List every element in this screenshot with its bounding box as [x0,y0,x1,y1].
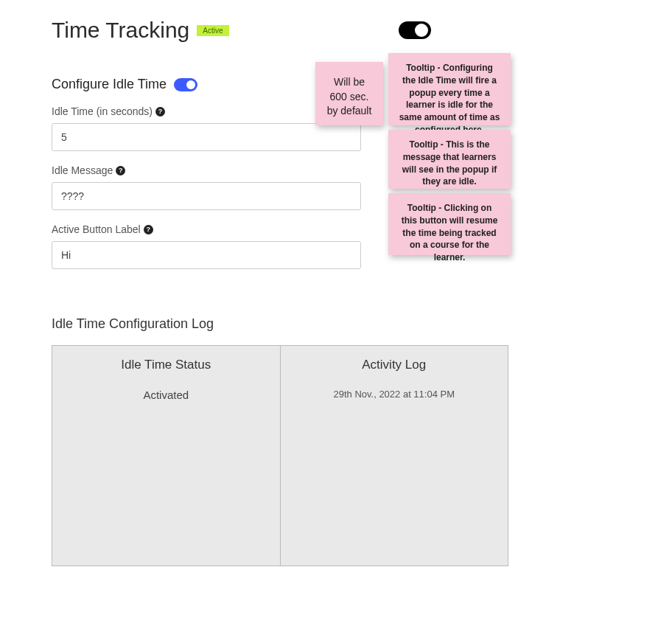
active-button-label-input[interactable] [52,241,361,269]
note-tooltip-active-button: Tooltip - Clicking on this button will r… [388,193,511,255]
idle-time-label: Idle Time (in seconds) [52,105,153,117]
log-activity-header: Activity Log [281,358,508,372]
time-tracking-toggle[interactable] [399,21,431,39]
note-tooltip-idle-time: Tooltip - Configuring the Idle Time will… [388,53,511,125]
log-status-value: Activated [52,389,280,401]
note-default-hint: Will be 600 sec. by default [315,62,383,125]
configure-idle-time-toggle[interactable] [174,78,197,91]
help-icon[interactable]: ? [144,225,153,234]
toggle-knob-icon [415,24,428,37]
log-status-header: Idle Time Status [52,358,280,372]
toggle-knob-icon [186,80,195,89]
idle-time-input[interactable] [52,123,361,151]
idle-message-input[interactable] [52,182,361,210]
log-activity-value: 29th Nov., 2022 at 11:04 PM [281,389,508,400]
status-badge: Active [197,25,228,36]
help-icon[interactable]: ? [155,107,165,116]
log-table: Idle Time Status Activated Activity Log … [52,345,508,566]
page-title: Time Tracking [52,18,189,43]
idle-time-log-heading: Idle Time Configuration Log [52,316,628,332]
note-tooltip-idle-message: Tooltip - This is the message that learn… [388,130,511,189]
configure-idle-time-heading: Configure Idle Time [52,77,167,92]
idle-message-label: Idle Message [52,164,113,176]
help-icon[interactable]: ? [116,166,125,175]
active-button-label-label: Active Button Label [52,223,141,235]
